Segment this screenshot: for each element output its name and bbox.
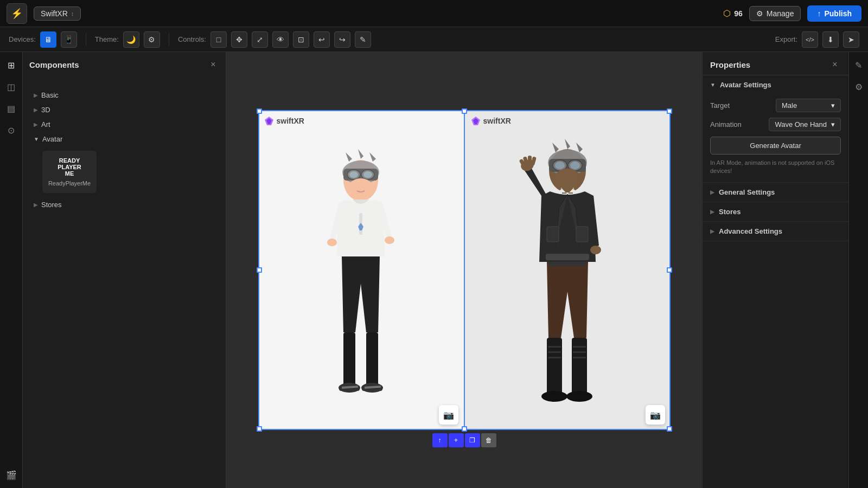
- avatar-settings-arrow: ▼: [710, 82, 716, 88]
- sidebar-icon-assets[interactable]: ▤: [3, 100, 20, 117]
- divider-2: [169, 33, 169, 46]
- svg-point-50: [590, 246, 601, 254]
- generate-avatar-btn[interactable]: Generate Avatar: [710, 137, 841, 155]
- animation-row: Animation Wave One Hand ▾: [710, 118, 841, 131]
- scale-btn[interactable]: ⤢: [252, 31, 268, 48]
- target-dropdown[interactable]: Male ▾: [776, 99, 841, 112]
- canvas-area[interactable]: swiftXR: [226, 52, 702, 488]
- stores-section: ▶ Stores: [703, 202, 848, 222]
- copy-icon: ❐: [469, 436, 475, 444]
- avatar-settings-body: Target Male ▾ Animation Wave One Hand ▾: [703, 94, 848, 182]
- tree-item-basic[interactable]: ▶ Basic: [29, 88, 219, 102]
- camera-overlay-right[interactable]: 📷: [646, 405, 665, 425]
- avatar-settings-label: Avatar Settings: [720, 81, 771, 89]
- camera-overlay-left[interactable]: 📷: [439, 405, 458, 425]
- publish-button[interactable]: ↑ Publish: [807, 5, 861, 22]
- animation-label: Animation: [710, 120, 742, 129]
- target-row: Target Male ▾: [710, 99, 841, 112]
- sidebar-icon-history[interactable]: ⊙: [3, 121, 20, 139]
- svg-rect-18: [343, 332, 355, 387]
- undo-btn[interactable]: ↩: [314, 31, 330, 48]
- toolbar-bar: Devices: 🖥 📱 Theme: 🌙 ⚙ Controls: □ ✥ ⤢ …: [0, 27, 868, 52]
- advanced-settings-label: Advanced Settings: [719, 227, 782, 235]
- ready-player-me-card[interactable]: READY PLAYER ME ReadyPlayerMe: [42, 151, 97, 193]
- rpm-logo-line2: PLAYER: [58, 164, 81, 170]
- sidebar-icon-video[interactable]: 🎬: [3, 466, 20, 484]
- avatar-label: Avatar: [42, 135, 62, 143]
- stores-label: Stores: [41, 201, 62, 209]
- panel-logo-text-right: swiftXR: [483, 117, 511, 125]
- general-settings-section: ▶ General Settings: [703, 183, 848, 202]
- mobile-btn[interactable]: 📱: [61, 31, 77, 48]
- bottom-tool-delete[interactable]: 🗑: [481, 433, 496, 447]
- coin-display: ⬡ 96: [723, 8, 743, 18]
- theme-group: Theme: 🌙 ⚙: [95, 31, 160, 48]
- 3d-label: 3D: [41, 106, 50, 114]
- bottom-tool-copy[interactable]: ❐: [465, 433, 480, 447]
- download-btn[interactable]: ⬇: [822, 31, 839, 48]
- eye-btn[interactable]: 👁: [272, 31, 289, 48]
- undo-icon: ↩: [318, 35, 325, 44]
- sidebar-panel: ▶ Basic ▶ 3D ▶ Art ▼ Avatar: [23, 81, 226, 488]
- svg-rect-57: [548, 351, 561, 353]
- canvas-stage: swiftXR: [258, 110, 671, 430]
- advanced-settings-arrow: ▶: [710, 228, 714, 234]
- advanced-settings-header[interactable]: ▶ Advanced Settings: [703, 222, 848, 241]
- svg-marker-10: [358, 149, 363, 159]
- sidebar-icon-layers[interactable]: ⊞: [3, 56, 20, 74]
- right-icon-edit[interactable]: ✎: [850, 56, 867, 74]
- female-avatar-figure: [258, 110, 464, 430]
- svg-marker-38: [565, 139, 570, 149]
- theme-moon-btn[interactable]: 🌙: [123, 31, 139, 48]
- share-btn[interactable]: ➤: [843, 31, 859, 48]
- 3d-arrow: ▶: [34, 107, 38, 113]
- sidebar-icon-components[interactable]: ◫: [3, 78, 20, 95]
- project-name-btn[interactable]: SwiftXR ↕: [34, 7, 81, 21]
- plus-icon: +: [454, 436, 458, 444]
- right-panel: Properties × ▼ Avatar Settings Target Ma…: [702, 52, 848, 488]
- female-avatar-svg: [307, 148, 415, 419]
- logo-button[interactable]: ⚡: [7, 3, 27, 24]
- bottom-tool-move[interactable]: +: [449, 433, 464, 447]
- svg-rect-51: [548, 262, 586, 266]
- svg-point-53: [541, 391, 567, 402]
- delete-icon: 🗑: [486, 436, 492, 444]
- right-icon-settings[interactable]: ⚙: [850, 78, 867, 95]
- stores-header[interactable]: ▶ Stores: [703, 202, 848, 221]
- svg-point-55: [566, 391, 592, 402]
- devices-group: Devices: 🖥 📱: [9, 31, 77, 48]
- desktop-btn[interactable]: 🖥: [40, 31, 56, 48]
- props-close-btn[interactable]: ×: [829, 59, 841, 70]
- move-btn[interactable]: ✥: [231, 31, 247, 48]
- bottom-tool-up[interactable]: ↑: [432, 433, 448, 447]
- left-sidebar-wrapper: ⊞ ◫ ▤ ⊙ 🎬 Components × ▶ Basic ▶ 3D: [0, 52, 226, 488]
- animation-value: Wave One Hand: [775, 120, 827, 129]
- panel-logo-right: swiftXR: [470, 115, 511, 126]
- stores-arrow: ▶: [710, 209, 714, 215]
- pen-btn[interactable]: ✎: [355, 31, 371, 48]
- animation-dropdown[interactable]: Wave One Hand ▾: [769, 118, 841, 131]
- code-btn[interactable]: </>: [802, 31, 818, 48]
- general-settings-header[interactable]: ▶ General Settings: [703, 183, 848, 202]
- theme-settings-btn[interactable]: ⚙: [144, 31, 160, 48]
- tree-item-stores[interactable]: ▶ Stores: [29, 197, 219, 212]
- export-label: Export:: [775, 35, 797, 43]
- controls-label: Controls:: [178, 35, 206, 43]
- tree-item-avatar[interactable]: ▼ Avatar: [29, 132, 219, 146]
- manage-button[interactable]: ⚙ Manage: [749, 6, 801, 21]
- panel-logo-text-left: swiftXR: [277, 117, 304, 125]
- share-icon: ➤: [848, 35, 854, 44]
- tree-item-art[interactable]: ▶ Art: [29, 117, 219, 132]
- target-dropdown-arrow: ▾: [831, 101, 835, 110]
- select-btn[interactable]: □: [210, 31, 227, 48]
- tree-item-3d[interactable]: ▶ 3D: [29, 102, 219, 117]
- info-text: In AR Mode, animation is not supported o…: [710, 159, 841, 176]
- sidebar-close-btn[interactable]: ×: [207, 59, 219, 70]
- sidebar-header: Components ×: [23, 52, 226, 75]
- rpm-logo-line3: ME: [58, 170, 81, 177]
- crop-btn[interactable]: ⊡: [293, 31, 309, 48]
- crop-icon: ⊡: [298, 35, 304, 44]
- redo-btn[interactable]: ↪: [334, 31, 350, 48]
- avatar-settings-header[interactable]: ▼ Avatar Settings: [703, 75, 848, 94]
- svg-point-35: [555, 162, 565, 169]
